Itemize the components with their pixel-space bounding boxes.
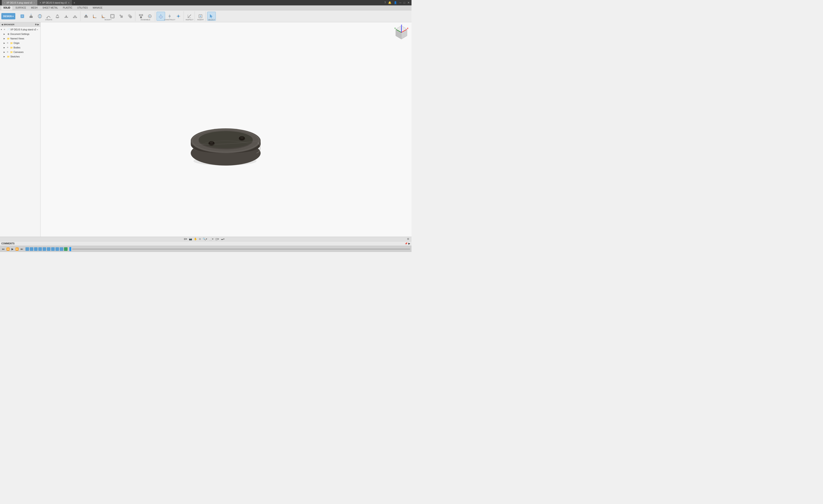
title-bar: ● XP DEUS II plug stand v3 ✕ ● XP DEUS I… [0,0,412,5]
tree-item-sketches[interactable]: ▶ 📁 Sketches [0,54,40,59]
tab-mesh[interactable]: MESH [29,6,40,10]
browser-collapse-btn[interactable]: ◀ [1,23,3,26]
tree-icon-canvases: 📁 [10,50,13,53]
environment-btn[interactable]: ☁▾ [220,237,225,240]
timeline-play-btn[interactable]: ▶ [11,247,14,250]
svg-point-7 [46,17,48,18]
timeline-feature-8[interactable] [55,247,59,251]
tab-close-1[interactable]: ✕ [33,2,35,4]
timeline-skip-end-btn[interactable]: ⏭ [20,247,24,250]
svg-point-30 [149,16,150,17]
comments-pin-btn[interactable]: 📌 [405,242,407,245]
timeline-feature-4[interactable] [38,247,42,251]
construct-point-icon [176,14,181,19]
tab-surface[interactable]: SURFACE [13,6,28,10]
grid-settings-btn[interactable]: ⊞▾ [183,237,188,240]
viewport[interactable]: X Y Z [40,22,412,237]
visual-style-btn[interactable]: ◫▾ [215,237,219,240]
display-settings-btn[interactable]: ⬜▾ [208,237,214,240]
tab-manage[interactable]: MANAGE [91,6,105,10]
comments-expand-btn[interactable]: ▶ [408,242,410,245]
tree-item-bodies[interactable]: ▶ 👁 📁 Bodies [0,45,40,50]
notification-icon[interactable]: 🔔 [388,1,391,4]
tree-icon-root: 📄 [7,28,10,31]
svg-line-43 [188,15,191,18]
svg-line-16 [75,17,76,17]
title-bar-right: ? 🔔 👤 ─ □ ✕ [384,1,410,4]
svg-rect-27 [141,14,143,16]
svg-rect-2 [29,16,33,18]
press-pull-icon [84,14,89,19]
svg-text:+: + [22,15,23,17]
tree-eye-bodies[interactable]: 👁 [7,47,9,49]
timeline-feature-3[interactable] [34,247,38,251]
tree-item-root[interactable]: ▼ 👁 📄 XP DEUS II plug stand v3 ● [0,27,40,32]
zoom-fit-btn[interactable]: ⊙ [198,237,201,240]
browser-settings-icon[interactable]: ⚙ [35,23,37,26]
toolbar-area: SOLID SURFACE MESH SHEET METAL PLASTIC U… [0,5,412,22]
model-area [40,22,412,237]
comments-bar: COMMENTS 📌 ▶ [0,241,412,246]
assemble-label: ASSEMBLE [136,19,155,21]
pan-btn[interactable]: ✋ [193,237,197,240]
close-icon[interactable]: ✕ [407,1,410,4]
camera-settings-btn[interactable]: 📷 [188,237,193,240]
construct-plane-icon [158,14,163,19]
timeline-skip-start-btn[interactable]: ⏮ [1,247,5,250]
svg-text:X: X [407,27,408,29]
minimize-icon[interactable]: ─ [399,1,401,4]
timeline-playhead[interactable] [69,247,71,251]
timeline-track[interactable] [72,248,410,249]
viewport-controls: ⊞▾ 📷 ✋ ⊙ 🔍▾ ⬜▾ ◫▾ ☁▾ [183,237,225,240]
tab-solid[interactable]: SOLID [1,6,13,10]
timeline-feature-7[interactable] [51,247,55,251]
chamfer-icon [101,14,106,19]
browser-header-buttons: ⚙ ▶ [35,23,39,26]
tree-item-origin[interactable]: ▶ 👁 📁 Origin [0,41,40,45]
tree-arrow-named-views: ▶ [4,38,6,40]
tab-utilities[interactable]: UTILITIES [75,6,90,10]
revolve-icon [37,14,42,19]
tab-stand-leg[interactable]: ● XP DEUS II stand leg v3 ✕ [38,0,72,5]
design-button[interactable]: DESIGN ▾ [1,13,15,19]
svg-text:Y: Y [394,27,396,29]
insert-label: INSERT [195,19,206,21]
tree-item-doc-settings[interactable]: ▶ ⚙ Document Settings [0,32,40,36]
app: SOLID SURFACE MESH SHEET METAL PLASTIC U… [0,5,412,252]
browser-tree: ▼ 👁 📄 XP DEUS II plug stand v3 ● ▶ ⚙ Doc… [0,27,40,237]
help-icon[interactable]: ? [384,1,386,4]
timeline-prev-btn[interactable]: ⏪ [6,247,10,250]
tree-eye-origin[interactable]: 👁 [7,42,9,44]
settings-btn[interactable]: ⚙ [406,237,410,240]
tree-arrow-canvases: ▶ [4,51,6,53]
tab-plastic[interactable]: PLASTIC [60,6,74,10]
timeline-feature-5[interactable] [42,247,46,251]
tree-icon-doc-settings: ⚙ [7,32,10,36]
new-tab-btn[interactable]: + [72,1,76,4]
timeline-next-btn[interactable]: ⏩ [15,247,19,250]
web-icon [72,14,77,19]
tab-sheetmetal[interactable]: SHEET METAL [40,6,60,10]
timeline-feature-6[interactable] [47,247,50,251]
browser-expand-icon[interactable]: ▶ [37,23,39,26]
tab-plug-stand[interactable]: ● XP DEUS II plug stand v3 ✕ [2,0,38,5]
tree-eye-root[interactable]: 👁 [4,29,6,31]
maximize-icon[interactable]: □ [403,1,405,4]
tree-item-canvases[interactable]: ▶ 👁 📁 Canvases [0,50,40,54]
timeline-feature-9[interactable] [60,247,63,251]
tree-eye-canvases[interactable]: 👁 [7,51,9,53]
timeline-feature-1[interactable] [25,247,29,251]
tree-icon-named-views: 📁 [7,37,10,40]
construct-label: CONSTRUCT [156,19,184,21]
timeline-feature-2[interactable] [30,247,33,251]
toolbar-group-create: + [17,11,80,21]
tree-item-named-views[interactable]: ▶ 📁 Named Views [0,36,40,41]
user-icon[interactable]: 👤 [394,1,397,4]
zoom-window-btn[interactable]: 🔍▾ [202,237,208,240]
assemble-icon [139,14,144,19]
timeline-feature-10[interactable] [64,247,67,251]
shell-icon [110,14,115,19]
tree-arrow-sketches: ▶ [4,56,6,58]
toolbar-group-construct: CONSTRUCT [156,11,184,21]
tab-close-2[interactable]: ✕ [68,2,69,4]
